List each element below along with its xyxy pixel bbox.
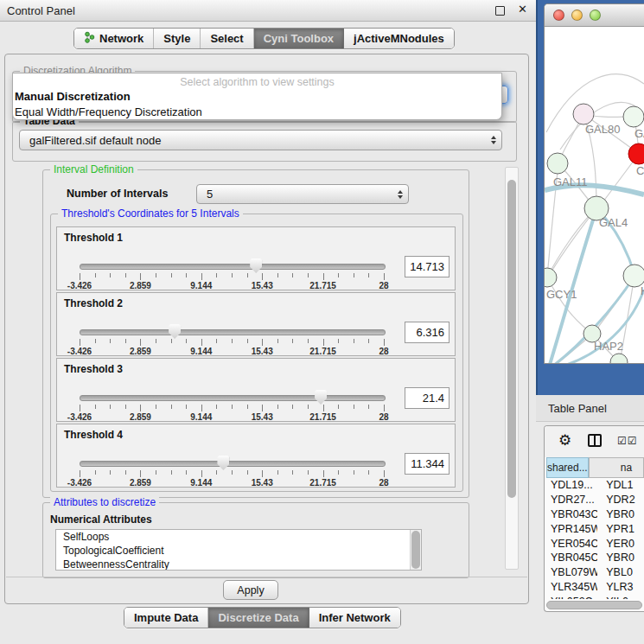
close-icon[interactable]: ✕ [518,3,527,16]
threshold-slider-track[interactable] [80,329,386,335]
table-row[interactable]: YDR27...YDR2 [546,493,644,507]
attribute-list-item[interactable]: TopologicalCoefficient [56,544,421,558]
threshold-value-field[interactable] [405,387,450,409]
table-cell[interactable]: YIL052C [546,596,597,599]
node-gcy1[interactable] [545,268,557,287]
gear-icon[interactable]: ⚙ [558,433,571,448]
tab-style[interactable]: Style [154,29,201,48]
network-window-titlebar[interactable] [545,4,644,27]
column-header-shared[interactable]: shared... [546,457,589,478]
table-panel-toolbar: ⚙ ☑☑ [545,426,644,457]
table-cell[interactable]: YBL0 [597,566,644,578]
slider-ticks [80,405,384,412]
table-cell[interactable]: YER0 [597,538,644,550]
attribute-list-item[interactable]: SelfLoops [56,530,421,544]
threshold-slider-thumb[interactable] [217,456,229,470]
scrollbar-thumb[interactable] [507,180,516,498]
tab-network[interactable]: Network [74,29,154,48]
threshold-value-field[interactable] [405,453,450,475]
table-data-combobox[interactable]: galFiltered.sif default node [19,130,502,150]
attribute-list-item[interactable]: BetweennessCentrality [56,558,421,571]
table-row[interactable]: YER054CYER0 [546,536,644,551]
threshold-value-field[interactable] [405,322,450,343]
slider-ticks [80,339,384,347]
tab-label: Cyni Toolbox [264,32,334,45]
algorithm-dropdown-popup: Select algorithm to view settings Manual… [12,73,502,120]
algorithm-option-manual[interactable]: Manual Discretization [13,89,501,105]
network-canvas[interactable]: GAL80 GA C GAL11 GAL4 GCY1 H HAP2 [545,27,644,364]
table-row[interactable]: YLR345WYLR3 [546,580,644,595]
threshold-label: Threshold 1 [64,232,123,244]
table-cell[interactable]: YDR27... [546,494,597,506]
close-traffic-light-icon[interactable] [553,10,564,21]
table-cell[interactable]: YLR345W [546,581,597,593]
table-row[interactable]: YBR043CYBR0 [546,507,644,522]
tab-discretize-data[interactable]: Discretize Data [208,608,309,628]
table-cell[interactable]: YER054C [546,538,597,550]
split-columns-icon[interactable] [588,434,602,447]
tab-impute-data[interactable]: Impute Data [124,608,208,628]
table-cell[interactable]: YBR045C [546,552,597,564]
node-gal11[interactable] [547,153,568,174]
slider-tick-labels: -3.4262.8599.14415.4321.71528 [80,412,384,421]
threshold-panel-3: Threshold 3-3.4262.8599.14415.4321.71528 [56,358,456,422]
threshold-label: Threshold 3 [64,363,123,375]
thresholds-group-label: Threshold's Coordinates for 5 Intervals [58,207,243,220]
table-cell[interactable]: YBL079W [546,566,597,578]
threshold-slider-track[interactable] [80,395,386,401]
table-panel: ⚙ ☑☑ shared... na YDL19...YDL1YDR27...YD… [544,425,644,612]
table-cell[interactable]: YDR2 [597,494,644,506]
tab-cyni-toolbox[interactable]: Cyni Toolbox [254,29,344,48]
divider [6,577,527,577]
node-gal80[interactable] [573,104,594,124]
table-rows[interactable]: YDL19...YDL1YDR27...YDR2YBR043CYBR0YPR14… [546,478,644,599]
table-cell[interactable]: YBR0 [597,552,644,564]
node-label-c: C [636,164,644,177]
tab-select[interactable]: Select [201,29,253,48]
threshold-slider-track[interactable] [80,461,386,467]
table-cell[interactable]: YDL1 [597,479,644,491]
table-cell[interactable]: YBR043C [546,508,597,520]
table-cell[interactable]: YLR3 [597,581,644,593]
numerical-attributes-list[interactable]: SelfLoopsTopologicalCoefficientBetweenne… [55,529,422,571]
zoom-traffic-light-icon[interactable] [590,10,601,21]
algorithm-option-equal-width[interactable]: Equal Width/Frequency Discretization [13,105,501,120]
float-window-icon[interactable] [495,6,505,16]
table-cell[interactable]: YBR0 [597,508,644,520]
column-header-name[interactable]: na [589,457,644,478]
threshold-slider-thumb[interactable] [250,258,262,273]
table-row[interactable]: YPR145WYPR1 [546,521,644,536]
threshold-panel-4: Threshold 4-3.4262.8599.14415.4321.71528 [56,424,456,488]
threshold-slider-thumb[interactable] [169,324,181,339]
table-cell[interactable]: YPR1 [597,523,644,535]
attributes-group-label: Attributes to discretize [50,496,159,508]
number-of-intervals-combobox[interactable]: 5 [196,184,409,204]
threshold-panel-1: Threshold 1-3.4262.8599.14415.4321.71528 [56,226,456,290]
table-row[interactable]: YDL19...YDL1 [546,478,644,493]
apply-button[interactable]: Apply [223,580,278,600]
node-red-selected[interactable] [628,143,644,164]
node-top-right[interactable] [623,106,644,127]
threshold-value-field[interactable] [405,256,450,277]
minimize-traffic-light-icon[interactable] [571,10,583,21]
tab-label: Infer Network [319,611,391,624]
table-row[interactable]: YBL079WYBL0 [546,565,644,580]
node-bottom[interactable] [610,354,628,364]
node-label-ga: GA [634,127,644,140]
checkboxes-icon[interactable]: ☑☑ [617,435,638,447]
table-panel-title: Table Panel [536,402,607,415]
settings-vertical-scrollbar[interactable] [505,167,519,570]
tab-infer-network[interactable]: Infer Network [309,608,400,628]
threshold-slider-thumb[interactable] [315,390,327,405]
table-cell[interactable]: YPR145W [546,523,597,535]
tab-jactivemnodules[interactable]: jActiveMNodules [344,29,454,48]
scrollbar-thumb[interactable] [546,601,642,609]
attributes-list-scrollbar[interactable] [410,530,421,570]
table-cell[interactable]: YDL19... [546,479,597,491]
table-row[interactable]: YIL052CYIL0 [546,594,644,599]
table-cell[interactable]: YIL0 [597,596,644,599]
table-horizontal-scrollbar[interactable] [546,601,642,609]
table-row[interactable]: YBR045CYBR0 [546,551,644,565]
interval-definition-label: Interval Definition [50,163,137,175]
threshold-slider-track[interactable] [80,264,386,270]
